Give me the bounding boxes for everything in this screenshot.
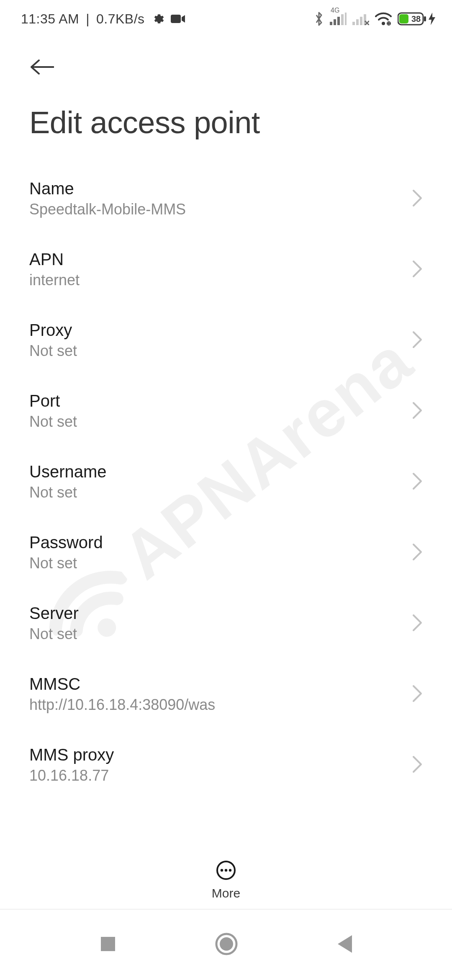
settings-list: NameSpeedtalk-Mobile-MMSAPNinternetProxy… bbox=[0, 163, 452, 863]
signal-nosim-icon bbox=[352, 13, 369, 25]
setting-row-username[interactable]: UsernameNot set bbox=[29, 446, 423, 517]
nav-recents-button[interactable] bbox=[99, 935, 117, 954]
svg-rect-6 bbox=[345, 13, 347, 25]
svg-rect-20 bbox=[101, 937, 115, 951]
battery-icon: 38 bbox=[398, 12, 435, 26]
setting-value: Not set bbox=[29, 413, 77, 431]
status-bar: 11:35 AM | 0.7KB/s 4G bbox=[0, 0, 452, 38]
square-icon bbox=[99, 935, 117, 953]
setting-value: Not set bbox=[29, 554, 103, 572]
setting-text: UsernameNot set bbox=[29, 462, 107, 501]
setting-text: ProxyNot set bbox=[29, 321, 77, 360]
setting-row-name[interactable]: NameSpeedtalk-Mobile-MMS bbox=[29, 163, 423, 234]
status-net-speed: 0.7KB/s bbox=[96, 11, 145, 27]
chevron-right-icon bbox=[412, 189, 423, 209]
setting-title: MMSC bbox=[29, 675, 215, 694]
svg-point-11 bbox=[382, 22, 385, 25]
setting-title: Username bbox=[29, 462, 107, 481]
nav-home-button[interactable] bbox=[215, 932, 238, 957]
status-left: 11:35 AM | 0.7KB/s bbox=[21, 11, 185, 27]
app-bar: Edit access point bbox=[0, 42, 452, 140]
svg-point-22 bbox=[220, 937, 233, 951]
video-icon bbox=[171, 14, 185, 24]
nav-bar bbox=[0, 909, 452, 980]
arrow-left-icon bbox=[30, 59, 54, 75]
setting-title: APN bbox=[29, 250, 80, 269]
setting-text: MMSChttp://10.16.18.4:38090/was bbox=[29, 675, 215, 714]
chevron-right-icon bbox=[412, 543, 423, 563]
svg-rect-1 bbox=[171, 15, 181, 23]
setting-title: Server bbox=[29, 604, 79, 623]
chevron-right-icon bbox=[412, 684, 423, 704]
svg-rect-9 bbox=[360, 17, 362, 25]
more-button[interactable]: More bbox=[0, 860, 452, 900]
setting-title: Password bbox=[29, 533, 103, 552]
svg-rect-8 bbox=[356, 19, 359, 25]
setting-text: MMS proxy10.16.18.77 bbox=[29, 745, 114, 784]
setting-title: Port bbox=[29, 392, 77, 410]
setting-row-mms-proxy[interactable]: MMS proxy10.16.18.77 bbox=[29, 730, 423, 800]
chevron-right-icon bbox=[412, 755, 423, 775]
status-time: 11:35 AM bbox=[21, 11, 79, 27]
status-sep: | bbox=[86, 11, 90, 27]
setting-value: Not set bbox=[29, 625, 79, 643]
setting-value: Not set bbox=[29, 342, 77, 360]
svg-point-18 bbox=[225, 869, 227, 872]
setting-text: APNinternet bbox=[29, 250, 80, 289]
signal-4g-icon: 4G bbox=[330, 13, 347, 25]
chevron-right-icon bbox=[412, 330, 423, 351]
setting-title: MMS proxy bbox=[29, 745, 114, 764]
setting-row-mmsc[interactable]: MMSChttp://10.16.18.4:38090/was bbox=[29, 659, 423, 730]
bluetooth-icon bbox=[314, 11, 324, 26]
svg-rect-2 bbox=[330, 22, 332, 25]
setting-value: 10.16.18.77 bbox=[29, 767, 114, 784]
chevron-right-icon bbox=[412, 614, 423, 634]
more-label: More bbox=[212, 886, 240, 900]
signal-label: 4G bbox=[331, 7, 339, 14]
setting-row-password[interactable]: PasswordNot set bbox=[29, 517, 423, 588]
svg-rect-15 bbox=[424, 16, 426, 21]
setting-text: PasswordNot set bbox=[29, 533, 103, 572]
setting-text: NameSpeedtalk-Mobile-MMS bbox=[29, 179, 186, 218]
setting-row-apn[interactable]: APNinternet bbox=[29, 234, 423, 305]
svg-rect-5 bbox=[341, 14, 344, 25]
gear-icon bbox=[152, 13, 164, 25]
nav-back-button[interactable] bbox=[336, 934, 353, 955]
page-title: Edit access point bbox=[29, 105, 423, 140]
charging-icon bbox=[429, 13, 435, 25]
svg-point-17 bbox=[221, 869, 223, 872]
setting-text: PortNot set bbox=[29, 392, 77, 431]
setting-value: Speedtalk-Mobile-MMS bbox=[29, 201, 186, 218]
triangle-left-icon bbox=[336, 934, 353, 954]
status-right: 4G bbox=[314, 11, 435, 26]
setting-value: http://10.16.18.4:38090/was bbox=[29, 696, 215, 714]
svg-rect-7 bbox=[352, 22, 355, 25]
chevron-right-icon bbox=[412, 260, 423, 280]
circle-icon bbox=[215, 932, 238, 956]
svg-point-19 bbox=[229, 869, 231, 872]
svg-rect-4 bbox=[337, 17, 340, 25]
chevron-right-icon bbox=[412, 472, 423, 492]
back-button[interactable] bbox=[29, 54, 54, 80]
setting-row-proxy[interactable]: ProxyNot set bbox=[29, 305, 423, 376]
more-icon bbox=[216, 860, 236, 880]
battery-pct: 38 bbox=[411, 14, 421, 23]
chevron-right-icon bbox=[412, 401, 423, 421]
setting-title: Proxy bbox=[29, 321, 77, 340]
setting-row-port[interactable]: PortNot set bbox=[29, 376, 423, 446]
setting-value: Not set bbox=[29, 484, 107, 501]
setting-title: Name bbox=[29, 179, 186, 198]
setting-text: ServerNot set bbox=[29, 604, 79, 643]
svg-rect-14 bbox=[399, 14, 408, 23]
setting-value: internet bbox=[29, 271, 80, 289]
svg-rect-3 bbox=[334, 19, 336, 25]
wifi-icon bbox=[375, 12, 392, 26]
setting-row-server[interactable]: ServerNot set bbox=[29, 588, 423, 659]
